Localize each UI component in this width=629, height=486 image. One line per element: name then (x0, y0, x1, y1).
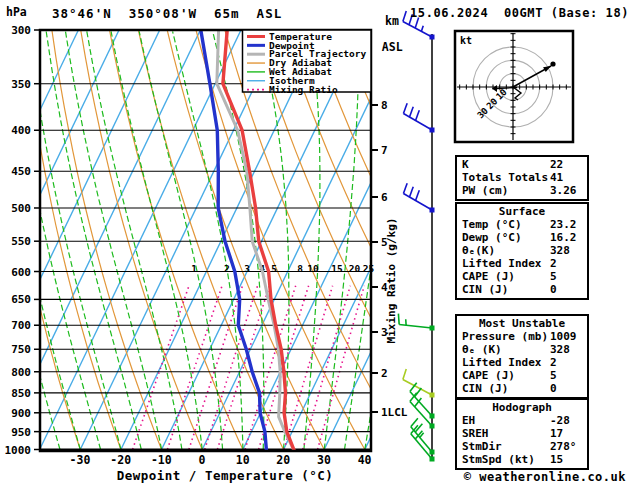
barb-feather (398, 314, 399, 325)
wet-adiabat-line (87, 31, 182, 449)
barb-feather (403, 11, 406, 21)
barb-feather (403, 369, 406, 379)
stat-value: 22 (550, 158, 563, 171)
stat-row: StmDir278° (457, 440, 587, 453)
stat-label: CAPE (J) (462, 270, 515, 283)
pressure-tick-label: 800 (11, 366, 31, 379)
temp-tick-label: 30 (317, 453, 331, 467)
wind-barb (398, 314, 434, 331)
barb-feather (409, 187, 413, 197)
stat-value: 17 (550, 427, 563, 440)
skewt-sounding-page: { "header": { "pressure_unit": "hPa", "s… (0, 0, 629, 486)
x-axis-title: Dewpoint / Temperature (°C) (105, 468, 345, 483)
stat-row: CIN (J)0 (457, 382, 587, 395)
stat-label: SREH (462, 427, 489, 440)
wet-adiabat-line (365, 31, 434, 449)
stat-value: 2 (550, 356, 557, 369)
barb-level-dot (430, 326, 435, 331)
stat-row: θₑ(K)328 (457, 244, 587, 257)
stat-value: 328 (550, 343, 570, 356)
stat-label: Totals Totals (462, 171, 548, 184)
stat-row: PW (cm)3.26 (457, 184, 587, 197)
stat-value: 5 (550, 270, 557, 283)
mixing-ratio-value: 1 (191, 263, 197, 274)
stat-label: θₑ (K) (462, 343, 502, 356)
pressure-tick-label: 950 (11, 426, 31, 439)
stat-label: K (462, 158, 469, 171)
stat-value: 2 (550, 257, 557, 270)
mixing-ratio-value: 10 (307, 263, 319, 274)
mixing-ratio-line (189, 286, 243, 450)
stat-row: CAPE (J)5 (457, 369, 587, 382)
stat-label: Lifted Index (462, 356, 541, 369)
stat-value: 328 (550, 244, 570, 257)
pressure-tick-label: 850 (11, 387, 31, 400)
km-tick-label: 8 (381, 99, 388, 112)
panel-header: Hodograph (457, 401, 587, 414)
barb-level-dot (430, 450, 435, 455)
stat-row: Temp (°C)23.2 (457, 218, 587, 231)
hodograph-unit-label: kt (460, 35, 472, 46)
mixing-ratio-line (284, 286, 333, 450)
stat-value: 5 (550, 369, 557, 382)
stat-value: 23.2 (550, 218, 577, 231)
barb-half-feather (421, 26, 423, 32)
surface-panel: SurfaceTemp (°C)23.2Dewp (°C)16.2θₑ(K)32… (455, 202, 589, 300)
datetime-header: 15.06.2024 00GMT (Base: 18) (410, 6, 628, 20)
stat-row: Dewp (°C)16.2 (457, 231, 587, 244)
stat-value: 41 (550, 171, 563, 184)
temp-tick-label: 0 (199, 453, 206, 467)
hodograph-endpoint-dot (550, 61, 555, 66)
barb-feather (416, 110, 420, 120)
pressure-tick-label: 1000 (5, 444, 32, 457)
temp-tick-label: -30 (70, 453, 91, 467)
pressure-tick-label: 900 (11, 407, 31, 420)
barb-staff (411, 434, 432, 459)
stat-row: K22 (457, 158, 587, 171)
copyright-footer: © weatheronline.co.uk (430, 470, 626, 484)
stat-row: Pressure (mb)1009 (457, 330, 587, 343)
mixing-ratio-value: 15 (331, 263, 343, 274)
wind-barb (403, 103, 434, 132)
temp-tick-label: -20 (110, 453, 131, 467)
hodograph-stats-panel: HodographEH-28SREH17StmDir278°StmSpd (kt… (455, 398, 589, 470)
wind-barb (411, 425, 435, 461)
pressure-tick-label: 500 (11, 202, 31, 215)
stat-row: θₑ (K)328 (457, 343, 587, 356)
wet-adiabat-line (66, 31, 162, 449)
stat-value: 0 (550, 283, 557, 296)
stat-label: Dewp (°C) (462, 231, 522, 244)
wind-barb (403, 369, 435, 397)
station-title: 38°46'N 350°08'W 65m ASL (52, 6, 282, 21)
dry-adiabat-line (52, 30, 162, 450)
mixing-ratio-value: 2 (224, 263, 230, 274)
stat-label: CAPE (J) (462, 369, 515, 382)
barb-staff (399, 325, 432, 328)
stat-value: 0 (550, 382, 557, 395)
stat-value: 278° (550, 440, 577, 453)
stat-value: 15 (550, 453, 563, 466)
temp-tick-label: 10 (236, 453, 250, 467)
lcl-marker-label: 1LCL (381, 406, 408, 419)
mixing-ratio-value: 25 (363, 263, 375, 274)
stat-row: SREH17 (457, 427, 587, 440)
km-label: km (385, 14, 399, 28)
stat-row: Lifted Index2 (457, 356, 587, 369)
barb-level-dot (430, 393, 435, 398)
pressure-tick-label: 750 (11, 343, 31, 356)
barb-feather (416, 190, 420, 200)
km-tick-label: 2 (381, 367, 388, 380)
barb-level-dot (430, 457, 435, 462)
stat-row: CAPE (J)5 (457, 270, 587, 283)
stat-label: Temp (°C) (462, 218, 522, 231)
barb-staff (410, 401, 432, 426)
stat-row: Totals Totals41 (457, 171, 587, 184)
stat-label: StmDir (462, 440, 502, 453)
stat-label: Lifted Index (462, 257, 541, 270)
stat-label: PW (cm) (462, 184, 508, 197)
asl-label: ASL (382, 40, 403, 54)
hodograph: 102030kt (455, 31, 573, 142)
dry-adiabat-line (600, 30, 629, 450)
mixing-ratio-value: 8 (297, 263, 303, 274)
barb-feather (409, 107, 413, 117)
